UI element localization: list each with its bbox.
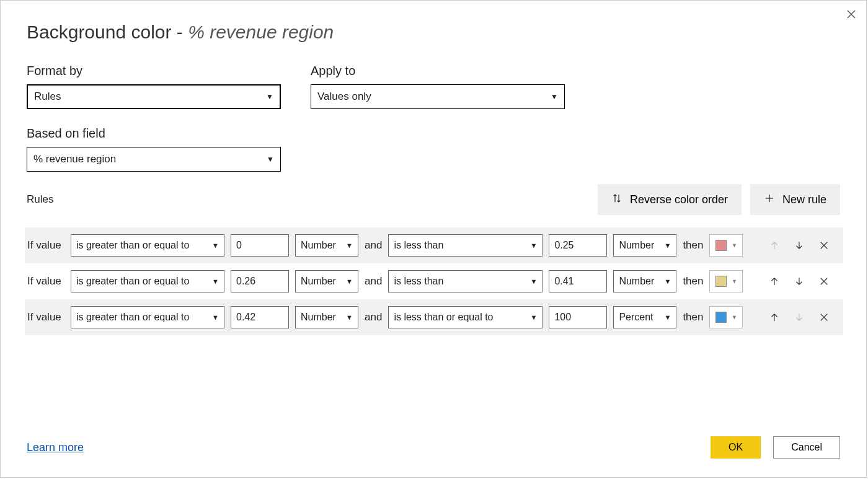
chevron-down-icon: ▼ bbox=[266, 92, 273, 101]
learn-more-link[interactable]: Learn more bbox=[27, 441, 84, 454]
and-label: and bbox=[365, 275, 382, 288]
chevron-down-icon: ▼ bbox=[732, 242, 737, 248]
rules-section-label: Rules bbox=[27, 193, 53, 206]
new-rule-label: New rule bbox=[782, 193, 826, 206]
rule-value-1-input[interactable]: 0.26 bbox=[231, 270, 289, 292]
reverse-color-order-button[interactable]: Reverse color order bbox=[598, 184, 742, 215]
apply-to-label: Apply to bbox=[311, 64, 565, 78]
move-up-icon bbox=[768, 239, 781, 252]
if-value-label: If value bbox=[27, 275, 64, 288]
dialog-title-field: % revenue region bbox=[188, 22, 334, 42]
based-on-field-select[interactable]: % revenue region ▼ bbox=[27, 147, 281, 172]
delete-rule-icon[interactable] bbox=[817, 310, 831, 324]
rule-operator-1-select[interactable]: is greater than or equal to▼ bbox=[71, 270, 224, 292]
chevron-down-icon: ▼ bbox=[212, 314, 219, 321]
format-by-label: Format by bbox=[27, 64, 311, 78]
rule-operator-2-select[interactable]: is less than or equal to▼ bbox=[388, 306, 542, 328]
color-swatch bbox=[715, 240, 727, 251]
chevron-down-icon: ▼ bbox=[664, 278, 671, 285]
color-swatch bbox=[715, 312, 727, 323]
rule-type-1-select[interactable]: Number▼ bbox=[295, 234, 358, 257]
format-by-select[interactable]: Rules ▼ bbox=[27, 84, 281, 109]
color-swatch bbox=[715, 276, 727, 287]
move-down-icon[interactable] bbox=[792, 239, 806, 252]
based-on-field-value: % revenue region bbox=[33, 153, 116, 165]
rules-list: If value is greater than or equal to▼ 0 … bbox=[25, 227, 843, 335]
move-up-icon[interactable] bbox=[768, 310, 781, 324]
rule-value-1-input[interactable]: 0 bbox=[231, 234, 289, 257]
rule-row: If value is greater than or equal to▼ 0 … bbox=[25, 227, 843, 263]
rule-operator-1-select[interactable]: is greater than or equal to▼ bbox=[71, 234, 224, 257]
chevron-down-icon: ▼ bbox=[664, 242, 671, 249]
if-value-label: If value bbox=[27, 239, 64, 252]
move-down-icon bbox=[792, 310, 806, 324]
rule-row: If value is greater than or equal to▼ 0.… bbox=[25, 263, 843, 299]
chevron-down-icon: ▼ bbox=[346, 242, 353, 249]
rule-operator-1-select[interactable]: is greater than or equal to▼ bbox=[71, 306, 224, 328]
rule-value-2-input[interactable]: 0.41 bbox=[549, 270, 607, 292]
rule-type-1-select[interactable]: Number▼ bbox=[295, 270, 358, 292]
chevron-down-icon: ▼ bbox=[267, 155, 274, 164]
then-label: then bbox=[683, 239, 703, 252]
move-down-icon[interactable] bbox=[792, 275, 806, 288]
chevron-down-icon: ▼ bbox=[732, 314, 737, 320]
move-up-icon[interactable] bbox=[768, 275, 781, 288]
if-value-label: If value bbox=[27, 311, 64, 323]
chevron-down-icon: ▼ bbox=[530, 242, 537, 249]
chevron-down-icon: ▼ bbox=[530, 278, 537, 285]
close-icon[interactable] bbox=[845, 8, 857, 20]
rule-color-picker[interactable]: ▼ bbox=[709, 270, 743, 292]
and-label: and bbox=[365, 239, 382, 252]
chevron-down-icon: ▼ bbox=[346, 278, 353, 285]
apply-to-value: Values only bbox=[317, 90, 371, 103]
rule-color-picker[interactable]: ▼ bbox=[709, 306, 743, 328]
ok-button[interactable]: OK bbox=[711, 436, 761, 459]
chevron-down-icon: ▼ bbox=[664, 314, 671, 321]
rule-value-2-input[interactable]: 100 bbox=[549, 306, 607, 328]
rule-value-2-input[interactable]: 0.25 bbox=[549, 234, 607, 257]
rule-type-2-select[interactable]: Number▼ bbox=[613, 234, 676, 257]
chevron-down-icon: ▼ bbox=[346, 314, 353, 321]
rule-operator-2-select[interactable]: is less than▼ bbox=[388, 270, 542, 292]
swap-vertical-icon bbox=[611, 193, 622, 207]
conditional-formatting-dialog: Background color - % revenue region Form… bbox=[0, 0, 867, 478]
rule-type-2-select[interactable]: Percent▼ bbox=[613, 306, 676, 328]
then-label: then bbox=[683, 311, 703, 323]
apply-to-select[interactable]: Values only ▼ bbox=[311, 84, 565, 109]
and-label: and bbox=[365, 311, 382, 323]
delete-rule-icon[interactable] bbox=[817, 239, 831, 252]
format-by-value: Rules bbox=[34, 90, 61, 103]
rule-type-2-select[interactable]: Number▼ bbox=[613, 270, 676, 292]
dialog-title-prefix: Background color - bbox=[27, 22, 188, 42]
reverse-color-order-label: Reverse color order bbox=[630, 193, 728, 206]
based-on-field-label: Based on field bbox=[27, 126, 840, 141]
rule-color-picker[interactable]: ▼ bbox=[709, 234, 743, 257]
chevron-down-icon: ▼ bbox=[551, 92, 558, 101]
dialog-title: Background color - % revenue region bbox=[27, 22, 840, 43]
chevron-down-icon: ▼ bbox=[212, 242, 219, 249]
plus-icon bbox=[764, 193, 775, 207]
new-rule-button[interactable]: New rule bbox=[750, 184, 840, 215]
rule-value-1-input[interactable]: 0.42 bbox=[231, 306, 289, 328]
chevron-down-icon: ▼ bbox=[530, 314, 537, 321]
chevron-down-icon: ▼ bbox=[212, 278, 219, 285]
rule-type-1-select[interactable]: Number▼ bbox=[295, 306, 358, 328]
chevron-down-icon: ▼ bbox=[732, 278, 737, 284]
delete-rule-icon[interactable] bbox=[817, 275, 831, 288]
rule-operator-2-select[interactable]: is less than▼ bbox=[388, 234, 542, 257]
rule-row: If value is greater than or equal to▼ 0.… bbox=[25, 299, 843, 335]
then-label: then bbox=[683, 275, 703, 288]
cancel-button[interactable]: Cancel bbox=[773, 436, 840, 459]
